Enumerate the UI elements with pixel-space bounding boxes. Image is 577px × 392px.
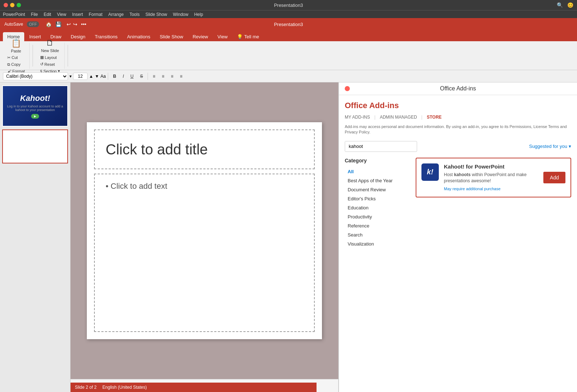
kahoot-subtext: Log in to your Kahoot account to add aka…	[7, 105, 63, 112]
nav-admin-managed[interactable]: ADMIN MANAGED	[380, 115, 417, 120]
layout-button[interactable]: ▦ Layout	[39, 54, 61, 60]
undo-icon[interactable]: ↩	[67, 21, 71, 27]
category-best-apps[interactable]: Best Apps of the Year	[345, 176, 410, 185]
category-document-review[interactable]: Document Review	[345, 185, 410, 194]
window-controls: 🔍 😊	[557, 2, 573, 8]
tab-design[interactable]: Design	[67, 32, 90, 41]
reset-icon: ↺	[40, 62, 43, 67]
addon-purchase-note[interactable]: May require additional purchase	[444, 187, 501, 191]
user-icon[interactable]: 😊	[567, 2, 573, 8]
underline-button[interactable]: U	[128, 72, 136, 80]
font-size-down-icon[interactable]: ▼	[95, 74, 99, 79]
category-all[interactable]: All	[345, 167, 410, 176]
menu-powerpoint[interactable]: PowerPoint	[3, 12, 25, 17]
font-size-up-icon[interactable]: ▲	[89, 74, 93, 79]
menu-arrange[interactable]: Arrange	[108, 12, 124, 17]
autosave-label: AutoSave	[4, 22, 23, 27]
category-productivity[interactable]: Productivity	[345, 212, 410, 221]
addins-close-button[interactable]	[345, 86, 350, 91]
category-editors-picks[interactable]: Editor's Picks	[345, 194, 410, 203]
menu-tools[interactable]: Tools	[130, 12, 140, 17]
nav-my-addins[interactable]: MY ADD-INS	[345, 115, 370, 120]
slide-content: Click to add title • Click to add text	[87, 122, 322, 339]
presentation-title: Presentation3	[274, 22, 303, 27]
menu-format[interactable]: Format	[89, 12, 102, 17]
tab-review[interactable]: Review	[188, 32, 212, 41]
clear-format-icon[interactable]: Aa	[101, 74, 106, 79]
bold-button[interactable]: B	[110, 72, 119, 80]
copy-button[interactable]: ⧉ Copy	[6, 61, 26, 68]
cut-button[interactable]: ✂ Cut	[6, 55, 26, 61]
toolbar-sep-2	[148, 73, 148, 80]
reset-button[interactable]: ↺ Reset	[39, 61, 61, 67]
autosave-bar: AutoSave OFF 🏠 💾 ↩ ↪ ••• Presentation3	[0, 18, 577, 30]
canvas-area: Click to add title • Click to add text C…	[71, 82, 338, 392]
category-search[interactable]: Search	[345, 230, 410, 239]
autosave-toggle[interactable]: OFF	[27, 21, 39, 27]
font-toolbar: Calibri (Body) ▾ ▲ ▼ Aa B I U S ≡ ≡ ≡ ≡	[0, 70, 577, 82]
search-input[interactable]	[345, 141, 413, 151]
home-icon[interactable]: 🏠	[46, 21, 52, 27]
menu-window[interactable]: Window	[173, 12, 188, 17]
title-placeholder[interactable]: Click to add title	[94, 129, 315, 169]
tab-slideshow[interactable]: Slide Show	[155, 32, 187, 41]
menu-file[interactable]: File	[31, 12, 38, 17]
menu-insert[interactable]: Insert	[72, 12, 83, 17]
suggested-for-you-button[interactable]: Suggested for you ▾	[529, 144, 571, 149]
paste-icon: 📋	[11, 39, 21, 48]
menu-edit[interactable]: Edit	[44, 12, 51, 17]
search-icon[interactable]: 🔍	[557, 2, 563, 8]
undo-redo-buttons[interactable]: ↩ ↪	[67, 21, 77, 27]
traffic-lights[interactable]	[4, 3, 21, 7]
add-addon-button[interactable]: Add	[543, 172, 565, 183]
addins-notice: Add-ins may access personal and document…	[345, 124, 571, 135]
strikethrough-button[interactable]: S	[137, 72, 145, 80]
copy-icon: ⧉	[7, 62, 10, 67]
redo-icon[interactable]: ↪	[73, 21, 77, 27]
tab-transitions[interactable]: Transitions	[90, 32, 122, 41]
font-name-select[interactable]: Calibri (Body)	[3, 72, 68, 80]
search-button[interactable]: 🔍	[413, 141, 417, 152]
addins-panel-title: Office Add-ins	[440, 85, 476, 92]
new-slide-icon: 🗋	[46, 38, 54, 48]
align-right-button[interactable]: ≡	[168, 72, 176, 80]
maximize-button[interactable]	[17, 3, 21, 7]
close-button[interactable]	[4, 3, 8, 7]
font-size-input[interactable]	[73, 73, 88, 80]
cut-icon: ✂	[7, 55, 10, 60]
nav-sep-1: |	[374, 115, 376, 120]
content-placeholder[interactable]: • Click to add text	[94, 174, 315, 332]
slide-thumbnail-1[interactable]: 1 Kahoot! Log in to your Kahoot account …	[2, 85, 68, 127]
more-options-icon[interactable]: •••	[81, 21, 86, 27]
save-icon[interactable]: 💾	[55, 21, 61, 27]
category-visualization[interactable]: Visualization	[345, 239, 410, 248]
ribbon: 📋 Paste ✂ Cut ⧉ Copy 🖌 Format 🗋 New Slid…	[0, 41, 577, 70]
addins-nav: MY ADD-INS | ADMIN MANAGED | STORE	[345, 115, 571, 120]
chevron-down-icon: ▾	[569, 144, 571, 149]
mac-menu-bar: PowerPoint File Edit View Insert Format …	[0, 10, 577, 18]
kahoot-logo: Kahoot!	[7, 94, 63, 103]
title-bar: Presentation3 🔍 😊	[0, 0, 577, 10]
addon-description: Host kahoots within PowerPoint and make …	[444, 172, 538, 184]
category-reference[interactable]: Reference	[345, 221, 410, 230]
category-education[interactable]: Education	[345, 203, 410, 212]
new-slide-button[interactable]: 🗋 New Slide	[39, 37, 61, 54]
menu-slideshow[interactable]: Slide Show	[145, 12, 167, 17]
tab-tell-me[interactable]: 💡 Tell me	[233, 32, 263, 41]
paste-button[interactable]: 📋 Paste	[9, 37, 23, 55]
minimize-button[interactable]	[10, 3, 14, 7]
tab-animations[interactable]: Animations	[123, 32, 154, 41]
align-center-button[interactable]: ≡	[159, 72, 167, 80]
italic-button[interactable]: I	[120, 72, 126, 80]
slide-2-content	[3, 130, 67, 163]
justify-button[interactable]: ≡	[177, 72, 185, 80]
ribbon-tabs: Home Insert Draw Design Transitions Anim…	[0, 30, 577, 41]
slide-thumbnail-2[interactable]: 2	[2, 129, 68, 163]
nav-sep-2: |	[421, 115, 423, 120]
align-left-button[interactable]: ≡	[150, 72, 158, 80]
tab-view[interactable]: View	[213, 32, 232, 41]
addins-header: Office Add-ins	[339, 82, 577, 95]
menu-view[interactable]: View	[57, 12, 66, 17]
menu-help[interactable]: Help	[194, 12, 203, 17]
nav-store[interactable]: STORE	[427, 115, 442, 120]
